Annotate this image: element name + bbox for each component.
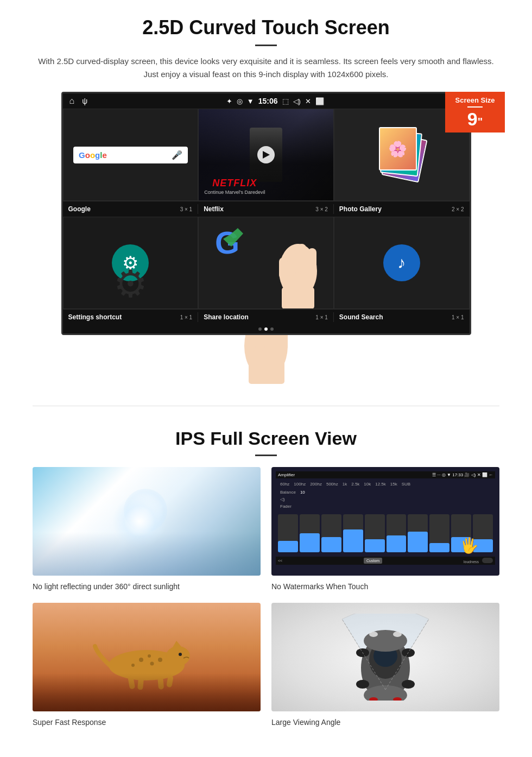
google-logo: Google — [79, 150, 107, 160]
netflix-app-size: 3 × 2 — [315, 206, 328, 212]
app-tile-sound[interactable]: ♪ — [334, 217, 470, 309]
badge-label: Screen Size — [451, 96, 499, 104]
cheetah-shadow — [33, 673, 261, 711]
sound-app-size: 1 × 1 — [452, 314, 464, 320]
app-tile-share[interactable]: G — [198, 217, 334, 309]
svg-rect-5 — [308, 248, 316, 275]
share-app-size: 1 × 1 — [315, 314, 328, 320]
settings-app-name: Settings shortcut — [68, 313, 122, 321]
amp-footer: << Custom loudness — [276, 557, 495, 565]
svg-point-35 — [402, 680, 415, 689]
sound-label-cell: Sound Search 1 × 1 — [334, 312, 470, 322]
usb-icon: ψ — [82, 97, 87, 105]
svg-point-20 — [148, 654, 151, 658]
svg-point-17 — [150, 662, 154, 666]
gps-icon: ◎ — [237, 97, 243, 105]
badge-divider — [467, 106, 483, 108]
amp-header: Amplifier ☰ ··· ◎ ▼ 17:33 🎥 ◁) ✕ ⬜ ← — [276, 471, 495, 478]
time-display: 15:06 — [258, 97, 278, 105]
amp-back-icon: << — [278, 559, 282, 563]
section1-title: 2.5D Curved Touch Screen — [33, 16, 499, 39]
badge-size: 9" — [451, 110, 499, 128]
amp-custom-btn[interactable]: Custom — [364, 558, 382, 564]
car-caption: Large Viewing Angle — [271, 717, 499, 728]
sound-app-name: Sound Search — [339, 313, 383, 321]
car-image — [271, 603, 499, 711]
settings-label-cell: Settings shortcut 1 × 1 — [63, 312, 199, 322]
cheetah-caption: Super Fast Response — [33, 717, 261, 728]
status-bar: ⌂ ψ ✦ ◎ ▼ 15:06 ⬚ ◁) ✕ ⬜ — [63, 93, 470, 109]
android-screen: ⌂ ψ ✦ ◎ ▼ 15:06 ⬚ ◁) ✕ ⬜ — [61, 92, 471, 335]
cheetah-image — [33, 603, 261, 711]
svg-rect-3 — [287, 249, 296, 276]
svg-point-18 — [131, 664, 135, 667]
app-grid-row1: Google 🎤 NETFLIX Co — [63, 109, 470, 201]
amp-title: Amplifier — [278, 472, 295, 477]
svg-point-34 — [356, 680, 369, 689]
amp-toggle[interactable] — [482, 558, 493, 563]
section-curved-screen: 2.5D Curved Touch Screen With 2.5D curve… — [0, 0, 532, 389]
close-icon[interactable]: ✕ — [305, 97, 311, 105]
svg-rect-4 — [297, 244, 306, 274]
slider-7 — [408, 514, 428, 552]
slider-8 — [429, 514, 449, 552]
svg-point-37 — [393, 632, 402, 637]
title-divider — [255, 45, 277, 46]
dot-2 — [264, 327, 268, 331]
amp-freq-labels: 60hz100hz200hz500hz1k2.5k10k12.5k15kSUB — [276, 481, 495, 488]
amp-hand-icon: 🖐 — [460, 537, 479, 554]
svg-point-36 — [369, 632, 378, 637]
feature-cheetah: Super Fast Response — [33, 603, 261, 728]
share-app-name: Share location — [204, 313, 249, 321]
app-grid-row2: ⚙ ⚙ G — [63, 217, 470, 309]
google-app-size: 3 × 1 — [180, 206, 193, 212]
section2-title: IPS Full Screen View — [33, 428, 499, 449]
amp-volume-row: ◁) — [280, 497, 491, 502]
app-label-row2: Settings shortcut 1 × 1 Share location 1… — [63, 309, 470, 325]
netflix-play-button[interactable] — [257, 146, 275, 163]
app-tile-google[interactable]: Google 🎤 — [63, 109, 199, 201]
slider-6 — [387, 514, 407, 552]
window-icon[interactable]: ⬜ — [315, 97, 324, 105]
svg-rect-13 — [249, 359, 284, 384]
mic-icon[interactable]: 🎤 — [172, 150, 182, 160]
slider-5 — [365, 514, 385, 552]
sunlight-reflection — [33, 532, 261, 576]
section-divider — [33, 406, 499, 406]
status-center: ✦ ◎ ▼ 15:06 ⬚ ◁) ✕ ⬜ — [226, 97, 324, 105]
feature-sunlight: No light reflecting under 360° direct su… — [33, 467, 261, 592]
app-tile-netflix[interactable]: NETFLIX Continue Marvel's Daredevil — [198, 109, 334, 201]
play-triangle-icon — [263, 151, 270, 159]
photo-stack: 🌸 — [375, 125, 429, 185]
svg-marker-25 — [173, 641, 182, 647]
amp-loudness-control: loudness — [464, 558, 493, 564]
features-grid: No light reflecting under 360° direct su… — [33, 467, 499, 728]
screen-size-badge: Screen Size 9" — [445, 92, 505, 133]
google-search-bar[interactable]: Google 🎤 — [73, 147, 188, 163]
svg-rect-7 — [282, 287, 314, 309]
home-icon[interactable]: ⌂ — [69, 96, 75, 106]
photo-app-name: Photo Gallery — [339, 205, 382, 213]
flower-icon: 🌸 — [388, 140, 407, 158]
photo-label-cell: Photo Gallery 2 × 2 — [334, 204, 470, 214]
wifi-icon: ▼ — [247, 97, 254, 105]
car-svg — [331, 614, 440, 701]
google-label-cell: Google 3 × 1 — [63, 204, 199, 214]
sunlight-caption: No light reflecting under 360° direct su… — [33, 581, 261, 592]
photo-card-front: 🌸 — [379, 127, 417, 171]
amp-icons: ☰ ··· ◎ ▼ 17:33 🎥 ◁) ✕ ⬜ ← — [432, 472, 493, 477]
app-tile-settings[interactable]: ⚙ ⚙ — [63, 217, 199, 309]
slider-2 — [300, 514, 320, 552]
svg-point-26 — [179, 653, 182, 656]
google-app-name: Google — [68, 205, 91, 213]
slider-3 — [321, 514, 341, 552]
sunlight-image — [33, 467, 261, 576]
netflix-label-cell: Netflix 3 × 2 — [198, 204, 334, 214]
settings-shadow-icon: ⚙ — [113, 265, 148, 303]
amp-sliders-container: 🖐 — [276, 511, 495, 554]
section2-divider — [255, 455, 277, 456]
amp-balance-row: Balance10 — [280, 490, 491, 495]
section-ips: IPS Full Screen View No light reflecting… — [0, 422, 532, 744]
slider-4 — [343, 514, 363, 552]
sound-icon-circle: ♪ — [383, 244, 420, 281]
